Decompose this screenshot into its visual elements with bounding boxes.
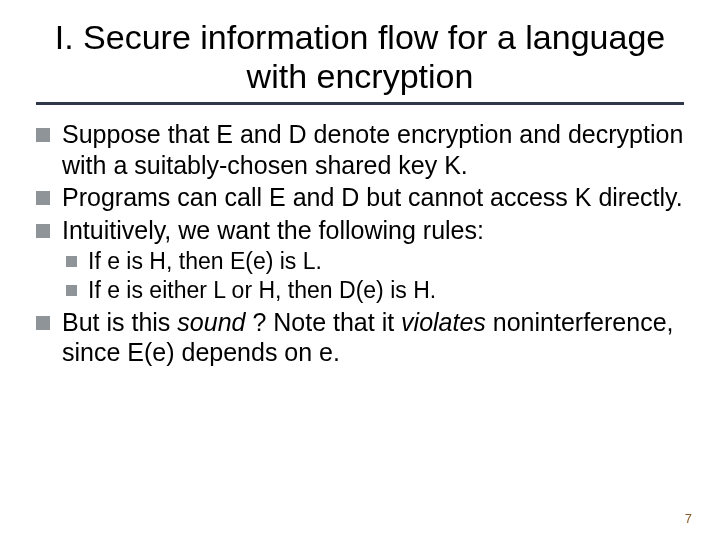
text-segment: E (269, 183, 286, 211)
text-segment: (e) depends on e. (144, 338, 340, 366)
title-underline (36, 102, 684, 105)
text-segment: E (230, 248, 245, 274)
text-segment: and (233, 120, 289, 148)
text-segment: D (341, 183, 359, 211)
text-segment: But is this (62, 308, 177, 336)
text-segment: but cannot access K directly. (359, 183, 682, 211)
text-segment: sound (177, 308, 245, 336)
text-segment: ? Note that it (245, 308, 401, 336)
text-segment: (e) is H. (356, 277, 437, 303)
text-segment: If e is either L or H, then (88, 277, 339, 303)
text-segment: Suppose that (62, 120, 216, 148)
text-segment: violates (401, 308, 486, 336)
text-segment: Programs can call (62, 183, 269, 211)
text-segment: Intuitively, we want the following rules… (62, 216, 484, 244)
text-segment: D (339, 277, 356, 303)
bullet-item: Intuitively, we want the following rules… (32, 215, 688, 305)
bullet-item: Suppose that E and D denote encryption a… (32, 119, 688, 180)
text-segment: If e is H, then (88, 248, 230, 274)
bullet-list: Suppose that E and D denote encryption a… (32, 119, 688, 368)
bullet-item: Programs can call E and D but cannot acc… (32, 182, 688, 213)
text-segment: E (216, 120, 233, 148)
sub-bullet-item: If e is H, then E(e) is L. (62, 247, 688, 276)
text-segment: and (286, 183, 342, 211)
sub-bullet-item: If e is either L or H, then D(e) is H. (62, 276, 688, 305)
text-segment: E (127, 338, 144, 366)
page-number: 7 (685, 511, 692, 526)
bullet-item: But is this sound ? Note that it violate… (32, 307, 688, 368)
text-segment: (e) is L. (245, 248, 322, 274)
slide-body: Suppose that E and D denote encryption a… (28, 119, 692, 368)
sub-bullet-list: If e is H, then E(e) is L.If e is either… (62, 247, 688, 305)
text-segment: D (289, 120, 307, 148)
slide-title: I. Secure information flow for a languag… (28, 18, 692, 102)
